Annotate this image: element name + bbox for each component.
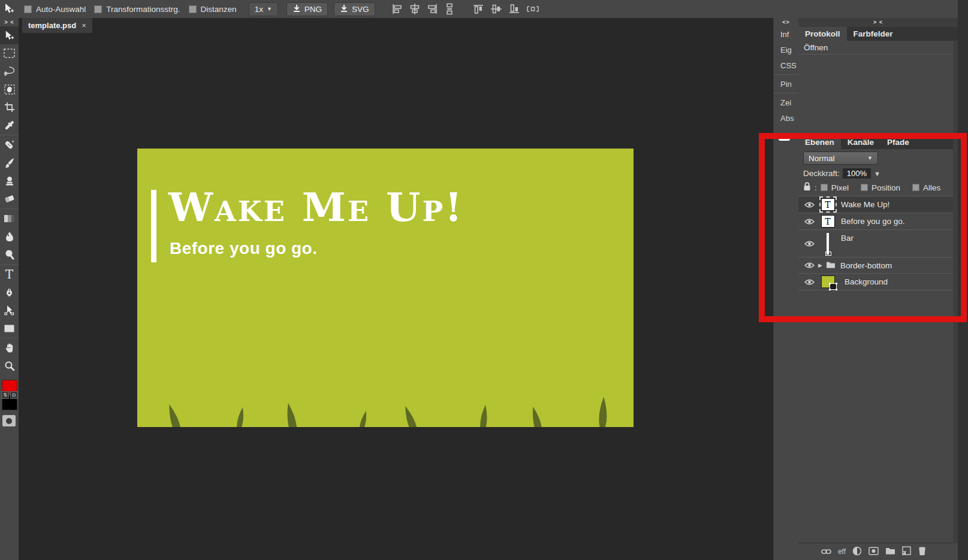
canvas-title: Wake Me Up! bbox=[168, 186, 464, 229]
checkbox-box[interactable] bbox=[94, 5, 102, 13]
tool-pen[interactable] bbox=[0, 283, 19, 301]
checkbox-box[interactable] bbox=[24, 5, 32, 13]
align-center-horizontal-icon[interactable] bbox=[409, 3, 421, 15]
export-png-button[interactable]: PNG bbox=[287, 2, 328, 16]
left-toolbar: > < T ⇅ D bbox=[0, 18, 19, 560]
divider bbox=[774, 93, 798, 93]
checkbox-auto-select[interactable]: Auto-Auswahl bbox=[24, 5, 86, 14]
checkbox-label: Transformationsstrg. bbox=[106, 5, 180, 14]
panel-tab-pin[interactable]: Pin bbox=[774, 76, 798, 92]
tool-healing-brush[interactable] bbox=[0, 136, 19, 154]
annotation-rectangle bbox=[759, 133, 967, 322]
divider bbox=[0, 338, 19, 338]
checkbox-label: Auto-Auswahl bbox=[36, 5, 86, 14]
distribute-horizontal-icon[interactable] bbox=[526, 4, 539, 14]
tool-lasso[interactable] bbox=[0, 62, 19, 80]
align-toolbar bbox=[391, 3, 539, 15]
checkbox-label: Distanzen bbox=[201, 5, 237, 14]
tool-zoom[interactable] bbox=[0, 357, 19, 375]
checkbox-transform-controls[interactable]: Transformationsstrg. bbox=[94, 5, 180, 14]
divider bbox=[0, 264, 19, 265]
tool-rectangle[interactable] bbox=[0, 319, 19, 337]
tool-eyedropper[interactable] bbox=[0, 116, 19, 134]
document-tab[interactable]: template.psd × bbox=[22, 18, 92, 33]
panel-collapse-handle[interactable]: > < bbox=[798, 18, 958, 27]
panel-tab-abs[interactable]: Abs bbox=[774, 110, 798, 126]
distribute-vertical-icon[interactable] bbox=[445, 3, 454, 15]
adjustment-icon[interactable] bbox=[852, 546, 862, 558]
layers-footer-toolbar: eff bbox=[798, 543, 958, 560]
default-colors-icon[interactable]: D bbox=[10, 391, 18, 399]
swap-colors-icon[interactable]: ⇅ bbox=[1, 391, 9, 399]
tool-clone-stamp[interactable] bbox=[0, 172, 19, 190]
tab-farbfelder[interactable]: Farbfelder bbox=[847, 27, 900, 41]
move-tool-icon bbox=[4, 3, 14, 16]
mask-icon[interactable] bbox=[869, 547, 879, 557]
download-icon bbox=[340, 4, 348, 14]
panel-tab-css[interactable]: CSS bbox=[774, 57, 798, 73]
zoom-level-button[interactable]: 1x ▼ bbox=[249, 2, 278, 16]
align-left-icon[interactable] bbox=[391, 3, 403, 15]
panel-tab-properties[interactable]: Eig bbox=[774, 42, 798, 57]
tool-marquee[interactable] bbox=[0, 44, 19, 62]
top-toolbar: Auto-Auswahl Transformationsstrg. Distan… bbox=[0, 0, 958, 18]
download-icon bbox=[292, 4, 301, 14]
divider bbox=[0, 135, 19, 135]
topbar-corner bbox=[958, 0, 968, 18]
chevron-down-icon: ▼ bbox=[267, 6, 272, 12]
tool-dodge[interactable] bbox=[0, 246, 19, 264]
leaves-graphic bbox=[137, 280, 634, 427]
toolbar-collapse-handle[interactable]: > < bbox=[0, 18, 19, 26]
panel-tab-info[interactable]: Inf bbox=[774, 26, 798, 42]
tool-quick-selection[interactable] bbox=[0, 80, 19, 98]
canvas-accent-bar bbox=[151, 190, 156, 262]
align-top-icon[interactable] bbox=[472, 3, 484, 15]
export-svg-button[interactable]: SVG bbox=[334, 2, 375, 16]
new-layer-icon[interactable] bbox=[902, 546, 911, 557]
tool-blur[interactable] bbox=[0, 228, 19, 246]
tool-type[interactable]: T bbox=[0, 265, 19, 283]
tab-protokoll[interactable]: Protokoll bbox=[798, 27, 847, 41]
effects-button[interactable]: eff bbox=[838, 547, 846, 556]
trash-icon[interactable] bbox=[918, 546, 927, 558]
history-entry-open[interactable]: Öffnen bbox=[798, 41, 953, 55]
canvas-subtitle: Before you go go. bbox=[170, 239, 318, 258]
document-area: template.psd × Wake Me Up! Before you go… bbox=[19, 18, 773, 560]
align-right-icon[interactable] bbox=[427, 3, 439, 15]
quick-mask-icon[interactable] bbox=[2, 415, 16, 426]
document-title: template.psd bbox=[28, 21, 76, 30]
align-middle-vertical-icon[interactable] bbox=[490, 3, 502, 15]
tool-brush[interactable] bbox=[0, 154, 19, 172]
divider bbox=[0, 208, 19, 209]
history-panel-tabs: Protokoll Farbfelder bbox=[798, 27, 958, 41]
tool-path-select[interactable] bbox=[0, 301, 19, 319]
link-icon[interactable] bbox=[821, 547, 831, 556]
align-bottom-icon[interactable] bbox=[508, 3, 520, 15]
strip-collapse-handle[interactable]: <> bbox=[774, 18, 798, 26]
panel-tab-zei[interactable]: Zei bbox=[774, 95, 798, 110]
group-icon[interactable] bbox=[885, 547, 895, 556]
tool-eraser[interactable] bbox=[0, 190, 19, 208]
close-icon[interactable]: × bbox=[82, 21, 86, 30]
tool-gradient[interactable] bbox=[0, 210, 19, 228]
divider bbox=[774, 74, 798, 75]
checkbox-box[interactable] bbox=[189, 5, 197, 13]
checkbox-distances[interactable]: Distanzen bbox=[189, 5, 237, 14]
tool-crop[interactable] bbox=[0, 98, 19, 116]
tool-move[interactable] bbox=[0, 26, 19, 44]
canvas[interactable]: Wake Me Up! Before you go go. bbox=[137, 149, 634, 427]
tool-hand[interactable] bbox=[0, 339, 19, 357]
